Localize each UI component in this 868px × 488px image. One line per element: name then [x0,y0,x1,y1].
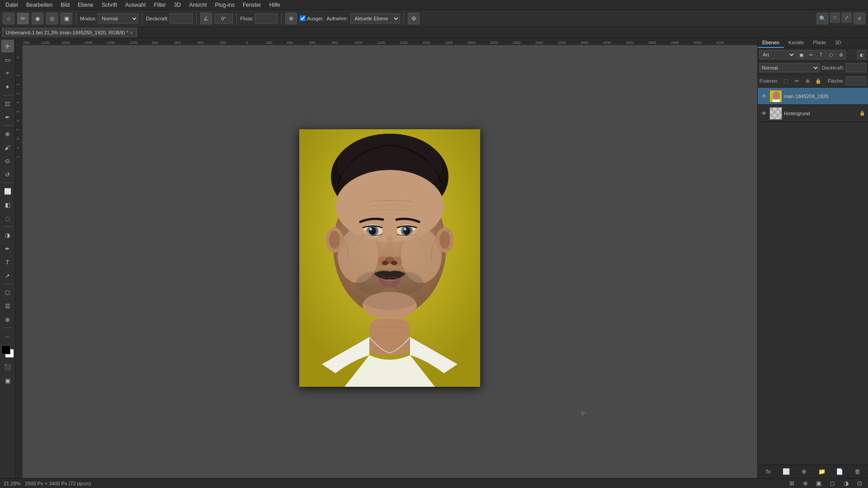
config-button[interactable]: ≡ [854,13,865,24]
fluss-input[interactable]: 100% [255,14,278,23]
brush-flow-button[interactable]: ▣ [61,13,72,24]
tab-close-button[interactable]: × [130,30,133,35]
layer-item-1[interactable]: 👁 man-1845259_1920 [758,88,868,105]
layer-filter-btn-4[interactable]: ⬡ [826,50,835,59]
foreground-color-swatch[interactable] [1,345,10,354]
crop-tool[interactable]: ⊡ [1,97,14,110]
fill-input[interactable]: 100% [846,76,866,85]
svg-point-75 [392,272,424,294]
gradient-tool[interactable]: ◧ [1,198,14,211]
add-layer-style-btn[interactable]: fx [764,467,774,477]
status-color-btn[interactable]: ◑ [841,479,851,488]
layer-visibility-1[interactable]: 👁 [760,93,768,100]
add-mask-btn[interactable]: ⬜ [781,467,791,477]
eraser-tool[interactable]: ⬜ [1,185,14,197]
menu-fenster[interactable]: Fenster [239,1,265,9]
hand-tool[interactable]: ☰ [1,300,14,312]
airbrush-button[interactable]: ⊕ [285,13,297,24]
search-button[interactable]: 🔍 [816,13,828,24]
angle-input[interactable] [215,14,233,23]
status-grid-btn[interactable]: ⊞ [787,479,797,488]
stamp-tool[interactable]: ⊙ [1,155,14,167]
lock-pixels-btn[interactable]: ⬚ [781,76,790,85]
brush-tool[interactable]: 🖌 [1,141,14,154]
menu-ansicht[interactable]: Ansicht [185,1,210,9]
shape-tool[interactable]: ⬡ [1,286,14,299]
menu-auswahl[interactable]: Auswahl [122,1,149,9]
layer-item-2[interactable]: 👁 [758,105,868,122]
lasso-tool[interactable]: ⌖ [1,67,14,80]
eyedropper-tool[interactable]: ✒ [1,111,14,123]
blur-tool[interactable]: ◌ [1,212,14,225]
document-tab[interactable]: Unbenannt-1 bei 21,3% (man-1845259_1920,… [2,28,137,38]
brush-tool-button[interactable]: ✏ [17,13,29,24]
modus-select[interactable]: Normal [98,14,138,23]
svg-text:-1600: -1600 [83,41,93,45]
type-tool[interactable]: T [1,256,14,268]
quick-mask-button[interactable]: ⬛ [1,361,14,373]
layer-filter-toggle[interactable]: ◐ [857,50,866,59]
delete-layer-btn[interactable]: 🗑 [852,467,862,477]
angle-tool-button[interactable]: ∠ [200,13,212,24]
history-brush-tool[interactable]: ↺ [1,168,14,181]
layer-filter-btn-3[interactable]: T [816,50,826,59]
lock-artboard-btn[interactable]: ⊕ [803,76,812,85]
new-layer-btn[interactable]: 📄 [835,467,844,477]
ausger-checkbox[interactable] [300,15,306,21]
opacity-input[interactable]: 100% [846,63,866,72]
zoom-button[interactable]: □ [830,13,840,23]
status-view-btn[interactable]: ◻ [827,479,837,488]
menu-3d[interactable]: 3D [170,1,184,9]
deckcraft-input[interactable]: 100% [170,14,193,23]
selection-tool[interactable]: ▭ [1,53,14,66]
menu-datei[interactable]: Datei [2,1,22,9]
tab-ebenen[interactable]: Ebenen [758,38,784,48]
layer-visibility-2[interactable]: 👁 [760,110,768,117]
healing-tool[interactable]: ⊕ [1,127,14,140]
canvas-viewport[interactable] [23,45,757,471]
dodge-tool[interactable]: ◑ [1,229,14,241]
dimensions-value: 2500 Px × 3400 Px (72 ppcm) [25,481,91,486]
menu-hilfe[interactable]: Hilfe [266,1,284,9]
svg-point-81 [773,91,780,100]
move-tool[interactable]: ✛ [1,40,14,52]
ruler-top: -200 -1200 -1800 -1600 -1400 -1200 -800 … [15,38,757,45]
blend-mode-select[interactable]: Normal [760,63,820,72]
status-fix-btn[interactable]: ⊕ [800,479,810,488]
menu-schrift[interactable]: Schrift [98,1,121,9]
fullscreen-button[interactable]: ⤢ [842,13,852,23]
status-display-btn[interactable]: ▣ [814,479,824,488]
tab-pfade[interactable]: Pfade [808,38,830,48]
lock-position-btn[interactable]: ✏ [792,76,801,85]
home-button[interactable]: ⌂ [3,13,14,24]
menu-plugins[interactable]: Plug-ins [212,1,238,9]
extra-tools[interactable]: ··· [1,330,14,343]
layer-filter-btn-5[interactable]: ⚙ [836,50,845,59]
tab-3d[interactable]: 3D [830,38,846,48]
aktuelle-ebene-select[interactable]: Aktuelle Ebene [350,14,400,23]
svg-text:200: 200 [266,41,273,45]
zoom-tool[interactable]: ⊕ [1,313,14,326]
layer-filter-btn-2[interactable]: ✏ [807,50,816,59]
path-selection-tool[interactable]: ↗ [1,269,14,282]
pen-tool[interactable]: ✒ [1,242,14,255]
brush-opacity-button[interactable]: ◎ [46,13,58,24]
menu-filter[interactable]: Filter [150,1,170,9]
magic-wand-tool[interactable]: ✦ [1,80,14,93]
menu-bearbeiten[interactable]: Bearbeiten [23,1,56,9]
tab-kanaele[interactable]: Kanäle [784,38,808,48]
menu-ebene[interactable]: Ebene [74,1,97,9]
layer-type-filter[interactable]: Art [760,50,796,59]
settings-button[interactable]: ⚙ [408,13,420,24]
svg-text:3400: 3400 [626,41,634,45]
brush-size-button[interactable]: ◉ [32,13,43,24]
lock-all-btn[interactable]: 🔒 [814,76,823,85]
status-extra-btn[interactable]: ⊡ [854,479,864,488]
layer-filter-btn-1[interactable]: ▣ [797,50,806,59]
screen-mode-button[interactable]: ▣ [1,374,14,387]
ausger-checkbox-group[interactable]: Ausger. [300,15,324,21]
panel-tabs: Ebenen Kanäle Pfade 3D [758,38,868,48]
add-adjustment-btn[interactable]: ⊕ [799,467,809,477]
menu-bild[interactable]: Bild [57,1,73,9]
group-layers-btn[interactable]: 📁 [817,467,827,477]
